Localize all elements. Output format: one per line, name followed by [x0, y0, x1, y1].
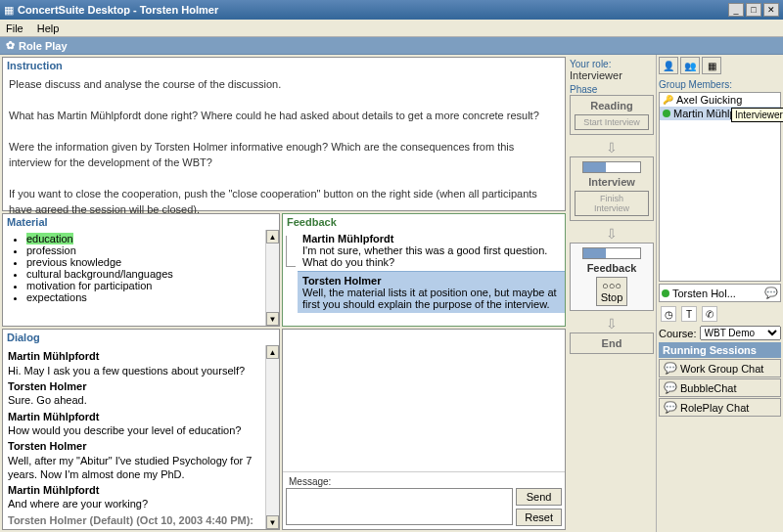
message-label: Message: [286, 475, 562, 488]
phase-label: Phase [570, 84, 654, 95]
instruction-text: Please discuss and analyse the course of… [3, 73, 565, 221]
key-icon: 🔑 [663, 95, 673, 105]
online-dot-icon [663, 110, 670, 117]
dialog-label: Dialog [3, 330, 279, 345]
close-button[interactable]: ✕ [763, 3, 779, 17]
instruction-p2: What has Martin Mühlpfordt done right? W… [9, 109, 559, 124]
course-row: Course: WBT Demo [659, 326, 781, 340]
chat-icon: 💬 [664, 362, 677, 375]
roleplay-icon: ✿ [6, 39, 15, 52]
material-item[interactable]: previous knowledge [26, 256, 259, 268]
phase-end: End [570, 332, 654, 354]
online-dot-icon [662, 289, 669, 297]
material-label: Material [3, 214, 279, 230]
material-item[interactable]: cultural background/languages [26, 268, 259, 280]
instruction-label: Instruction [3, 58, 565, 73]
minimize-button[interactable]: _ [728, 3, 744, 17]
start-interview-button: Start Interview [575, 114, 649, 130]
phase-reading: Reading Start Interview [570, 95, 654, 135]
right-tabs: 👤 👥 ▦ [659, 57, 781, 74]
stop-icon: ○○○ [602, 280, 622, 291]
dialog-speaker: Torsten Holmer [8, 379, 260, 393]
material-scrollbar[interactable]: ▲ ▼ [265, 230, 279, 326]
your-role: Your role: Interviewer [570, 59, 654, 81]
material-item[interactable]: expectations [26, 291, 259, 303]
feedback-panel: Feedback Martin Mühlpfordt I'm not sure,… [282, 213, 566, 327]
tab-user-icon[interactable]: 👤 [659, 57, 678, 74]
status-name: Torsten Hol... [672, 288, 736, 299]
finish-interview-button: Finish Interview [575, 191, 649, 216]
phone-icon[interactable]: ✆ [702, 306, 717, 322]
member-list: 🔑 Axel Guicking Martin Mühlp... 🔑 Interv… [659, 92, 781, 282]
dialog-line: Hi. May I ask you a few questions about … [8, 365, 245, 377]
group-members-label: Group Members: [659, 79, 781, 90]
instruction-p3: Were the information given by Torsten Ho… [9, 140, 559, 171]
member-row[interactable]: 🔑 Axel Guicking [660, 93, 780, 107]
dialog-line: And where are your working? [8, 498, 148, 510]
scroll-down-icon[interactable]: ▼ [266, 515, 279, 529]
material-panel: Material education profession previous k… [2, 213, 280, 327]
tool-row: ◷ T ✆ [659, 304, 781, 324]
dialog-scrollbar[interactable]: ▲ ▼ [265, 345, 279, 529]
dialog-speaker: Martin Mühlpfordt [8, 410, 260, 423]
reset-button[interactable]: Reset [516, 509, 562, 526]
scroll-up-icon[interactable]: ▲ [266, 230, 279, 244]
feedback-author: Torsten Holmer [302, 275, 381, 287]
course-label: Course: [659, 328, 697, 339]
arrow-down-icon: ⇩ [570, 316, 654, 332]
message-panel: Message: Send Reset [282, 329, 566, 530]
material-item[interactable]: profession [26, 244, 259, 256]
member-name: Axel Guicking [676, 94, 742, 106]
feedback-progress [582, 247, 641, 259]
dialog-speaker: Torsten Holmer [8, 439, 260, 453]
thread-line-icon [286, 236, 296, 267]
maximize-button[interactable]: □ [746, 3, 761, 17]
send-button[interactable]: Send [516, 488, 562, 506]
window-title: ConcertSuite Desktop - Torsten Holmer [14, 4, 726, 16]
feedback-author: Martin Mühlpfordt [302, 233, 393, 244]
tab-video-icon[interactable]: ▦ [702, 57, 721, 74]
menu-file[interactable]: File [6, 22, 23, 34]
tab-group-icon[interactable]: 👥 [680, 57, 700, 74]
session-item[interactable]: 💬 BubbleChat [659, 378, 781, 397]
dialog-line: Well, after my "Abitur" I've studied Psy… [8, 455, 252, 480]
app-icon: ▦ [4, 4, 14, 17]
stop-button[interactable]: ○○○ Stop [596, 277, 628, 306]
right-sidebar: 👤 👥 ▦ Group Members: 🔑 Axel Guicking Mar… [656, 55, 783, 532]
role-tooltip: Interviewer [731, 108, 783, 122]
instruction-p1: Please discuss and analyse the course of… [9, 77, 559, 93]
dialog-panel: Dialog Martin Mühlpfordt Hi. May I ask y… [2, 329, 280, 530]
message-input[interactable] [286, 488, 513, 525]
scroll-up-icon[interactable]: ▲ [266, 345, 279, 359]
chat-icon: 💬 [664, 401, 677, 414]
window-titlebar: ▦ ConcertSuite Desktop - Torsten Holmer … [0, 0, 783, 20]
arrow-down-icon: ⇩ [570, 226, 654, 242]
running-sessions: Running Sessions 💬 Work Group Chat 💬 Bub… [659, 342, 781, 417]
scroll-down-icon[interactable]: ▼ [266, 312, 279, 326]
dialog-speaker: Martin Mühlpfordt [8, 483, 260, 497]
arrow-down-icon: ⇩ [570, 140, 654, 155]
status-row: Torsten Hol... 💬 [659, 284, 781, 302]
text-icon[interactable]: T [681, 306, 697, 322]
phase-feedback: Feedback ○○○ Stop [570, 243, 654, 311]
material-item[interactable]: education [26, 233, 259, 244]
interview-progress [582, 161, 641, 173]
feedback-entry[interactable]: Torsten Holmer Well, the material lists … [298, 272, 565, 313]
session-item[interactable]: 💬 Work Group Chat [659, 359, 781, 377]
phase-column: Your role: Interviewer Phase Reading Sta… [568, 55, 656, 532]
course-select[interactable]: WBT Demo [700, 326, 781, 340]
dialog-transcript: Martin Mühlpfordt Hi. May I ask you a fe… [3, 345, 265, 529]
material-item[interactable]: motivation for participation [26, 280, 259, 291]
feedback-text: I'm not sure, whether this was a good fi… [302, 244, 560, 268]
dialog-line: Sure. Go ahead. [8, 394, 87, 406]
speech-icon: 💬 [764, 287, 778, 299]
dialog-line: How would you describe your level of edu… [8, 424, 241, 436]
menu-help[interactable]: Help [37, 22, 60, 34]
clock-icon[interactable]: ◷ [661, 306, 676, 322]
panel-title: ✿ Role Play [0, 37, 783, 55]
feedback-entry[interactable]: Martin Mühlpfordt I'm not sure, whether … [298, 230, 565, 272]
dialog-speaker: Martin Mühlpfordt [8, 349, 260, 363]
material-list: education profession previous knowledge … [3, 230, 265, 326]
session-item[interactable]: 💬 RolePlay Chat [659, 398, 781, 417]
feedback-label: Feedback [283, 214, 565, 230]
